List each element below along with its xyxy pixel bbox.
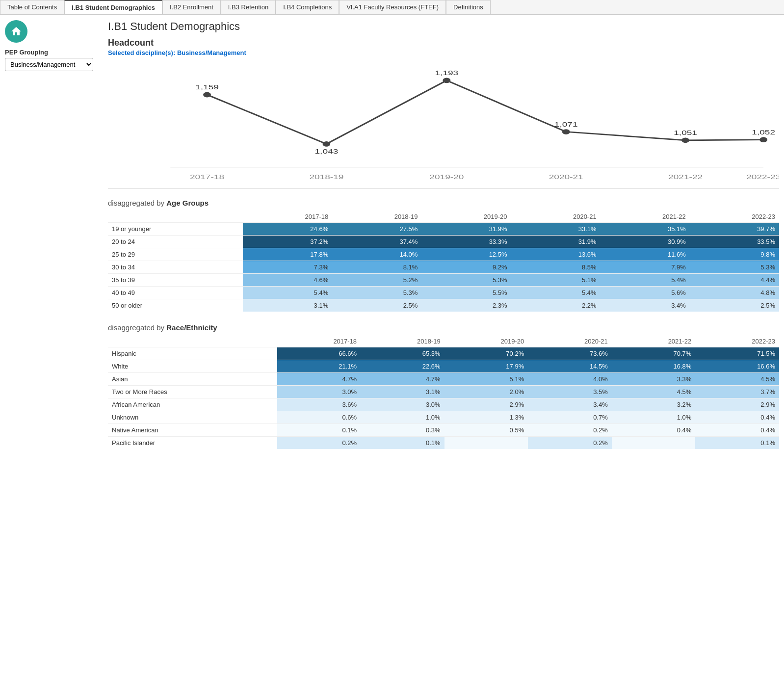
data-point-2022[interactable] — [759, 137, 767, 142]
row-cell: 16.8% — [612, 360, 696, 373]
row-cell: 3.7% — [695, 386, 779, 398]
headcount-chart: 2017-18 2018-19 2019-20 2020-21 2021-22 … — [108, 61, 779, 189]
row-cell: 2.3% — [421, 299, 511, 312]
home-button[interactable] — [5, 20, 27, 43]
row-cell: 2.5% — [332, 299, 421, 312]
table-row: 35 to 394.6%5.2%5.3%5.1%5.4%4.4% — [108, 274, 779, 287]
age-groups-table: 2017-18 2018-19 2019-20 2020-21 2021-22 … — [108, 211, 779, 312]
tab-completions[interactable]: I.B4 Completions — [276, 0, 339, 14]
svg-text:1,051: 1,051 — [674, 129, 697, 136]
tab-student-demographics[interactable]: I.B1 Student Demographics — [64, 0, 162, 14]
table-row: 20 to 2437.2%37.4%33.3%31.9%30.9%33.5% — [108, 236, 779, 248]
row-label: 30 to 34 — [108, 261, 243, 274]
svg-text:1,193: 1,193 — [435, 69, 458, 76]
table-row: 30 to 347.3%8.1%9.2%8.5%7.9%5.3% — [108, 261, 779, 274]
row-label: 25 to 29 — [108, 248, 243, 261]
row-cell: 11.6% — [601, 248, 690, 261]
tab-faculty-resources[interactable]: VI.A1 Faculty Resources (FTEF) — [339, 0, 446, 14]
row-cell: 65.3% — [361, 347, 444, 360]
row-cell: 4.5% — [695, 373, 779, 386]
row-cell: 5.4% — [243, 287, 332, 299]
row-cell: 66.6% — [277, 347, 361, 360]
row-cell: 0.2% — [277, 437, 361, 449]
table-row: White21.1%22.6%17.9%14.5%16.8%16.6% — [108, 360, 779, 373]
svg-text:1,043: 1,043 — [315, 148, 339, 155]
row-label: African American — [108, 398, 277, 411]
data-point-2018[interactable] — [322, 141, 330, 147]
row-cell: 35.1% — [601, 223, 690, 236]
row-cell: 5.2% — [332, 274, 421, 287]
row-cell: 12.5% — [421, 248, 511, 261]
row-cell: 17.9% — [444, 360, 528, 373]
table-row: African American3.6%3.0%2.9%3.4%3.2%2.9% — [108, 398, 779, 411]
tab-enrollment[interactable]: I.B2 Enrollment — [162, 0, 221, 14]
row-cell: 4.6% — [243, 274, 332, 287]
sidebar: PEP Grouping Business/Management — [5, 20, 103, 461]
headcount-title: Headcount — [108, 38, 779, 48]
svg-text:2022-23: 2022-23 — [746, 173, 779, 180]
row-cell: 3.5% — [528, 386, 612, 398]
row-cell: 3.1% — [361, 386, 444, 398]
svg-text:2020-21: 2020-21 — [549, 173, 583, 180]
row-label: Pacific Islander — [108, 437, 277, 449]
row-cell: 33.3% — [421, 236, 511, 248]
table-row: Asian4.7%4.7%5.1%4.0%3.3%4.5% — [108, 373, 779, 386]
table-row: 50 or older3.1%2.5%2.3%2.2%3.4%2.5% — [108, 299, 779, 312]
tab-definitions[interactable]: Definitions — [446, 0, 491, 14]
row-cell: 2.9% — [444, 398, 528, 411]
age-disagg-label: disaggregated by Age Groups — [108, 199, 779, 207]
row-cell: 24.6% — [243, 223, 332, 236]
row-cell: 3.0% — [277, 386, 361, 398]
data-point-2019[interactable] — [443, 78, 450, 83]
age-col-label — [108, 211, 243, 223]
tab-bar: Table of Contents I.B1 Student Demograph… — [0, 0, 784, 15]
row-cell: 5.3% — [421, 274, 511, 287]
row-cell: 73.6% — [528, 347, 612, 360]
row-cell: 4.7% — [361, 373, 444, 386]
row-cell: 14.0% — [332, 248, 421, 261]
row-cell: 14.5% — [528, 360, 612, 373]
tab-table-of-contents[interactable]: Table of Contents — [0, 0, 64, 14]
row-cell: 5.5% — [421, 287, 511, 299]
row-label: Hispanic — [108, 347, 277, 360]
row-cell: 0.7% — [528, 411, 612, 424]
row-cell: 22.6% — [361, 360, 444, 373]
row-cell: 39.7% — [690, 223, 779, 236]
row-label: Native American — [108, 424, 277, 437]
row-cell: 1.0% — [612, 411, 696, 424]
table-row: Two or More Races3.0%3.1%2.0%3.5%4.5%3.7… — [108, 386, 779, 398]
row-cell — [444, 437, 528, 449]
row-cell: 9.2% — [421, 261, 511, 274]
row-cell: 5.4% — [511, 287, 601, 299]
pep-grouping-select[interactable]: Business/Management — [5, 58, 93, 71]
row-cell: 2.0% — [444, 386, 528, 398]
table-row: 25 to 2917.8%14.0%12.5%13.6%11.6%9.8% — [108, 248, 779, 261]
race-disagg-label: disaggregated by Race/Ethnicity — [108, 323, 779, 332]
tab-retention[interactable]: I.B3 Retention — [221, 0, 276, 14]
age-table-header-row: 2017-18 2018-19 2019-20 2020-21 2021-22 … — [108, 211, 779, 223]
row-label: 50 or older — [108, 299, 243, 312]
svg-text:1,052: 1,052 — [752, 129, 775, 135]
row-label: Two or More Races — [108, 386, 277, 398]
race-col-2018: 2018-19 — [361, 336, 444, 347]
data-point-2017[interactable] — [203, 92, 211, 98]
row-cell: 70.7% — [612, 347, 696, 360]
row-cell: 5.6% — [601, 287, 690, 299]
race-col-2022: 2022-23 — [695, 336, 779, 347]
row-cell: 3.3% — [612, 373, 696, 386]
pep-grouping-label: PEP Grouping — [5, 49, 98, 56]
row-cell: 2.2% — [511, 299, 601, 312]
row-cell: 0.1% — [277, 424, 361, 437]
data-point-2020[interactable] — [562, 129, 570, 134]
race-table-header-row: 2017-18 2018-19 2019-20 2020-21 2021-22 … — [108, 336, 779, 347]
row-label: 20 to 24 — [108, 236, 243, 248]
race-ethnicity-table: 2017-18 2018-19 2019-20 2020-21 2021-22 … — [108, 336, 779, 449]
chart-svg: 2017-18 2018-19 2019-20 2020-21 2021-22 … — [108, 61, 779, 188]
row-cell: 21.1% — [277, 360, 361, 373]
row-cell: 0.2% — [528, 424, 612, 437]
row-cell: 33.1% — [511, 223, 601, 236]
row-label: Unknown — [108, 411, 277, 424]
data-point-2021[interactable] — [681, 137, 689, 143]
row-cell: 4.0% — [528, 373, 612, 386]
row-cell: 8.1% — [332, 261, 421, 274]
